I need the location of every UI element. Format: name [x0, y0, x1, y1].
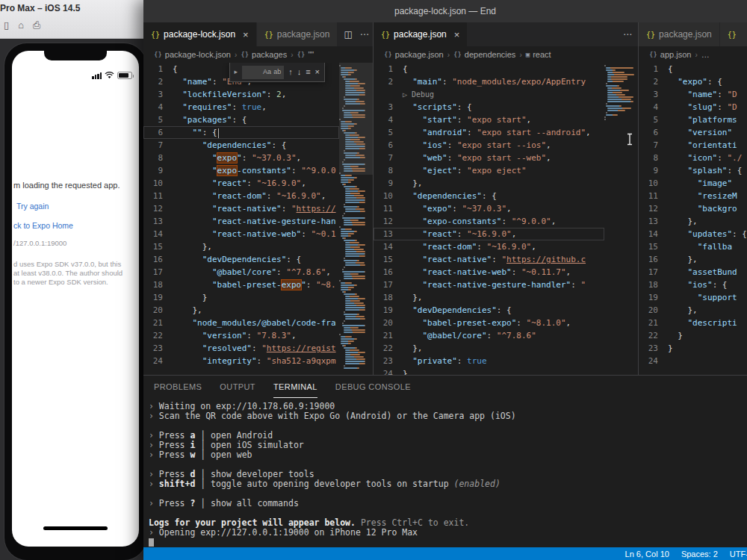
code-line[interactable]: 18 }, [374, 291, 604, 304]
more-actions-icon[interactable]: ⋯ [623, 29, 632, 40]
minimap[interactable] [604, 63, 638, 375]
toggle-replace-chevron-icon[interactable]: ▸ [235, 66, 238, 78]
code-line[interactable]: 5 "android": "expo start --android", [374, 126, 604, 139]
code-line[interactable]: 23 "resolved": "https://regist [143, 342, 339, 355]
code-line[interactable]: 12 "expo-constants": "^9.0.0", [374, 215, 604, 228]
code-line[interactable]: 23 "private": true [374, 355, 604, 367]
code-line[interactable]: 19 "devDependencies": { [374, 304, 604, 317]
code-line[interactable]: 4 "slug": "D [639, 101, 747, 113]
code-line[interactable]: 22 }, [374, 342, 604, 355]
code-line[interactable]: 2 "main": "node_modules/expo/AppEntry [374, 75, 604, 88]
code-line[interactable]: 21 "node_modules/@babel/code-fra [143, 317, 339, 329]
code-line[interactable]: 22 "version": "7.8.3", [143, 329, 339, 342]
split-editor-icon[interactable]: ◫ [344, 29, 352, 40]
code-line[interactable]: 6 "": { [143, 126, 339, 139]
code-line[interactable]: 20 }, [143, 304, 339, 317]
code-line[interactable]: 6 "version" [639, 126, 747, 139]
code-line[interactable]: 11 "react-dom": "~16.9.0", [143, 190, 339, 202]
minimap-slider[interactable] [339, 63, 373, 175]
breadcrumb-item[interactable]: "" [308, 50, 314, 59]
code-line[interactable]: 17 "@babel/core": "^7.8.6", [143, 266, 339, 279]
editor-package-json[interactable]: 1{2 "main": "node_modules/expo/AppEntry▷… [374, 63, 638, 375]
code-line[interactable]: 3 "scripts": { [374, 101, 604, 113]
find-input[interactable]: Aa ab [242, 66, 284, 79]
editor-app-json[interactable]: 1{2 "expo": {3 "name": "D4 "slug": "D5 "… [639, 63, 747, 375]
code-area[interactable]: 1{2 "main": "node_modules/expo/AppEntry▷… [374, 63, 604, 375]
code-line[interactable]: 15 "react-native": "https://github.c [374, 253, 604, 266]
terminal-output[interactable]: › Waiting on exp://10.178.60.9:19000› Sc… [143, 398, 747, 547]
status-cursor-position[interactable]: Ln 6, Col 10 [619, 550, 675, 559]
code-line[interactable]: 9 "splash": { [639, 164, 747, 177]
screenshot-icon[interactable]: ⎙ [33, 19, 40, 31]
code-line[interactable]: 24} [374, 367, 604, 375]
code-line[interactable]: 14 "react-dom": "~16.9.0", [374, 240, 604, 253]
close-icon[interactable]: × [454, 29, 460, 40]
code-line[interactable]: 5 "packages": { [143, 113, 339, 126]
code-line[interactable]: 10 "react": "~16.9.0", [143, 177, 339, 190]
previous-match-icon[interactable]: ↑ [288, 66, 293, 78]
code-line[interactable]: 4 "requires": true, [143, 101, 339, 113]
code-line[interactable]: 14 "updates": { [639, 228, 747, 240]
code-line[interactable]: 14 "react-native-web": "~0.1 [143, 228, 339, 240]
code-line[interactable]: 17 "react-native-gesture-handler": " [374, 279, 604, 291]
code-line[interactable]: 2 "expo": { [639, 75, 747, 88]
code-line[interactable]: 23} [639, 342, 747, 355]
try-again-link[interactable]: Try again [16, 202, 49, 211]
code-line[interactable]: 10 "dependencies": { [374, 190, 604, 202]
more-actions-icon[interactable]: ⋯ [360, 29, 369, 40]
code-line[interactable]: 11 "resizeM [639, 190, 747, 202]
code-area[interactable]: 1{2 "name": "End",3 "lockfileVersion": 2… [143, 63, 339, 375]
code-line[interactable]: 8 "icon": "./ [639, 152, 747, 164]
code-line[interactable]: 13 "react": "~16.9.0", [374, 228, 604, 240]
code-line[interactable]: 3 "name": "D [639, 88, 747, 101]
tab-package-lock-json[interactable]: {} package-lock.json × [143, 22, 257, 46]
find-in-selection-icon[interactable]: ≡ [306, 66, 310, 78]
code-line[interactable]: 7 "dependencies": { [143, 139, 339, 152]
home-icon[interactable]: ⌂ [18, 19, 24, 31]
breadcrumb-item[interactable]: … [701, 50, 710, 59]
breadcrumb-item[interactable]: app.json [660, 50, 692, 59]
code-line[interactable]: 21 "descripti [639, 317, 747, 329]
code-line[interactable]: 24 "integrity": "sha512-a9qxpm [143, 355, 339, 367]
code-line[interactable]: 6 "ios": "expo start --ios", [374, 139, 604, 152]
close-icon[interactable]: × [315, 66, 320, 78]
expo-home-link[interactable]: ck to Expo Home [13, 221, 73, 230]
status-indentation[interactable]: Spaces: 2 [675, 550, 724, 559]
tab-package-json[interactable]: {} package.json [257, 22, 338, 46]
code-line[interactable]: 8 "eject": "expo eject" [374, 164, 604, 177]
code-line[interactable]: 19 } [143, 291, 339, 304]
code-line[interactable]: 15 }, [143, 240, 339, 253]
close-icon[interactable]: × [243, 29, 249, 40]
code-line[interactable]: 15 "fallba [639, 240, 747, 253]
code-line[interactable]: 8 "expo": "~37.0.3", [143, 152, 339, 164]
code-line[interactable]: 7 "web": "expo start --web", [374, 152, 604, 164]
breadcrumb-item[interactable]: package-lock.json [165, 50, 231, 59]
code-line[interactable]: 13 "react-native-gesture-han [143, 215, 339, 228]
breadcrumb-item[interactable]: packages [252, 50, 287, 59]
code-line[interactable]: 21 "@babel/core": "^7.8.6" [374, 329, 604, 342]
whole-word-icon[interactable]: ab [273, 66, 281, 78]
minimap[interactable] [339, 63, 373, 375]
device-icon[interactable]: ▯ [4, 19, 9, 31]
code-line[interactable]: 17 "assetBund [639, 266, 747, 279]
code-line[interactable]: 16 "devDependencies": { [143, 253, 339, 266]
code-line[interactable]: 4 "start": "expo start", [374, 113, 604, 126]
breadcrumb-item[interactable]: react [533, 50, 551, 59]
code-line[interactable]: 13 }, [639, 215, 747, 228]
code-area[interactable]: 1{2 "expo": {3 "name": "D4 "slug": "D5 "… [639, 63, 747, 375]
breadcrumb-item[interactable]: dependencies [465, 50, 516, 59]
code-line[interactable]: 1{ [374, 63, 604, 75]
breadcrumb-item[interactable]: package.json [395, 50, 444, 59]
code-line[interactable]: 20 }, [639, 304, 747, 317]
code-line[interactable]: 22 } [639, 329, 747, 342]
tab-partial[interactable]: {} [720, 22, 747, 46]
code-line[interactable]: 3 "lockfileVersion": 2, [143, 88, 339, 101]
tab-debug-console[interactable]: DEBUG CONSOLE [335, 376, 411, 398]
next-match-icon[interactable]: ↓ [297, 66, 302, 78]
code-line[interactable]: 9 "expo-constants": "^9.0.0 [143, 164, 339, 177]
code-line[interactable]: 24 [639, 355, 747, 367]
code-line[interactable]: 10 "image" [639, 177, 747, 190]
editor-package-lock-json[interactable]: 1{2 "name": "End",3 "lockfileVersion": 2… [143, 63, 373, 375]
code-line[interactable]: 18 "babel-preset-expo": "~8. [143, 279, 339, 291]
tab-package-json[interactable]: {} package.json [639, 22, 720, 46]
